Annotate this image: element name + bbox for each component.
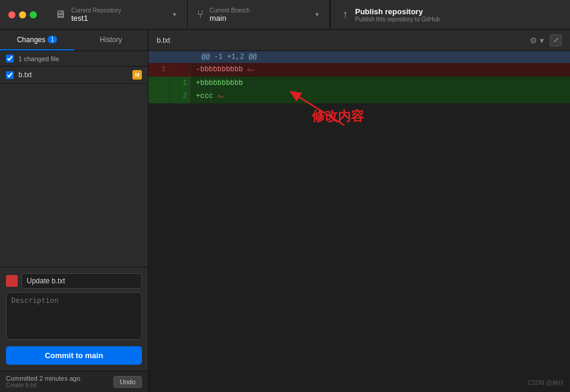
diff-content[interactable]: @@ -1 +1,2 @@ 1 -bbbbbbbbbb ⊘↵ 1 +bbbbbb… bbox=[148, 51, 570, 392]
removed-line-code: -bbbbbbbbbb ⊘↵ bbox=[191, 63, 570, 77]
publish-icon: ↑ bbox=[343, 8, 348, 21]
titlebar: 🖥 Current Repository test1 ▼ ⑂ Current B… bbox=[0, 0, 570, 30]
commit-top bbox=[6, 273, 142, 289]
status-bar: Committed 2 minutes ago Create b.txt Und… bbox=[0, 371, 148, 392]
diff-line-added-1: 1 +bbbbbbbbbb bbox=[148, 77, 570, 90]
status-sub-text: Create b.txt bbox=[6, 382, 113, 388]
undo-button[interactable]: Undo bbox=[113, 376, 142, 388]
status-main-text: Committed 2 minutes ago bbox=[6, 375, 113, 382]
line-num-right-1: 1 bbox=[170, 77, 191, 90]
traffic-lights bbox=[0, 11, 45, 18]
close-button[interactable] bbox=[8, 11, 15, 18]
added-line-code-2: +ccc ⊘↵ bbox=[191, 90, 570, 103]
tab-history[interactable]: History bbox=[74, 30, 148, 50]
sidebar-spacer bbox=[0, 84, 148, 267]
publish-text: Publish repository Publish this reposito… bbox=[355, 7, 440, 23]
branch-icon: ⑂ bbox=[197, 8, 204, 21]
diff-settings-button[interactable]: ⚙ ▾ bbox=[527, 34, 546, 46]
tab-changes[interactable]: Changes 1 bbox=[0, 30, 74, 50]
current-repository-section[interactable]: 🖥 Current Repository test1 ▼ bbox=[45, 0, 188, 29]
diff-panel: b.txt ⚙ ▾ ⤢ @@ -1 +1,2 @@ 1 -bbbbbbbbbb … bbox=[148, 30, 570, 392]
commit-description-input[interactable] bbox=[6, 292, 142, 340]
file-checkbox[interactable] bbox=[6, 71, 14, 79]
diff-line-removed: 1 -bbbbbbbbbb ⊘↵ bbox=[148, 63, 570, 77]
annotation-text: 修改内容 bbox=[312, 108, 364, 125]
repo-name: test1 bbox=[71, 14, 121, 23]
commit-area: Commit to main bbox=[0, 267, 148, 371]
commit-button[interactable]: Commit to main bbox=[6, 346, 142, 365]
repo-chevron-icon: ▼ bbox=[172, 11, 178, 18]
line-num-left-1: 1 bbox=[148, 63, 170, 77]
maximize-button[interactable] bbox=[30, 11, 37, 18]
expand-diff-button[interactable]: ⤢ bbox=[550, 34, 562, 46]
diff-filename: b.txt bbox=[157, 36, 527, 45]
diff-header-actions: ⚙ ▾ ⤢ bbox=[527, 34, 562, 46]
hunk-header-text: @@ -1 +1,2 @@ bbox=[201, 53, 257, 61]
minimize-button[interactable] bbox=[19, 11, 26, 18]
line-num-left-empty-2 bbox=[148, 90, 170, 103]
status-text: Committed 2 minutes ago Create b.txt bbox=[6, 375, 113, 388]
line-num-left-empty-1 bbox=[148, 77, 170, 90]
diff-header: b.txt ⚙ ▾ ⤢ bbox=[148, 30, 570, 51]
line-num-right-2: 2 bbox=[170, 90, 191, 103]
repo-text: Current Repository test1 bbox=[71, 7, 121, 23]
repo-label: Current Repository bbox=[71, 7, 121, 14]
file-item-b-txt[interactable]: b.txt M bbox=[0, 67, 148, 84]
current-branch-section[interactable]: ⑂ Current Branch main ▼ bbox=[188, 0, 330, 29]
sidebar: Changes 1 History 1 changed file b.txt M… bbox=[0, 30, 148, 392]
publish-title: Publish repository bbox=[355, 7, 440, 16]
file-name: b.txt bbox=[18, 71, 132, 79]
diff-line-added-2: 2 +ccc ⊘↵ bbox=[148, 90, 570, 103]
sidebar-tabs: Changes 1 History bbox=[0, 30, 148, 51]
line-num-right-empty bbox=[170, 63, 191, 77]
diff-hunk-header: @@ -1 +1,2 @@ bbox=[148, 51, 570, 63]
watermark: CSDN @梯住 bbox=[528, 379, 564, 387]
select-all-checkbox[interactable] bbox=[6, 55, 14, 62]
changed-file-header: 1 changed file bbox=[0, 51, 148, 67]
branch-label: Current Branch bbox=[210, 7, 250, 14]
file-modified-badge: M bbox=[132, 70, 142, 80]
changes-badge: 1 bbox=[48, 36, 57, 43]
commit-avatar bbox=[6, 275, 18, 287]
main-content: Changes 1 History 1 changed file b.txt M… bbox=[0, 30, 570, 392]
branch-text: Current Branch main bbox=[210, 7, 250, 23]
branch-name: main bbox=[210, 14, 250, 23]
publish-subtitle: Publish this repository to GitHub bbox=[355, 16, 440, 23]
commit-subject-input[interactable] bbox=[21, 273, 142, 289]
titlebar-sections: 🖥 Current Repository test1 ▼ ⑂ Current B… bbox=[45, 0, 570, 29]
repo-icon: 🖥 bbox=[55, 8, 65, 21]
added-line-code-1: +bbbbbbbbbb bbox=[191, 77, 570, 90]
publish-section[interactable]: ↑ Publish repository Publish this reposi… bbox=[330, 0, 484, 29]
branch-chevron-icon: ▼ bbox=[314, 11, 320, 18]
changed-file-count: 1 changed file bbox=[18, 55, 59, 62]
